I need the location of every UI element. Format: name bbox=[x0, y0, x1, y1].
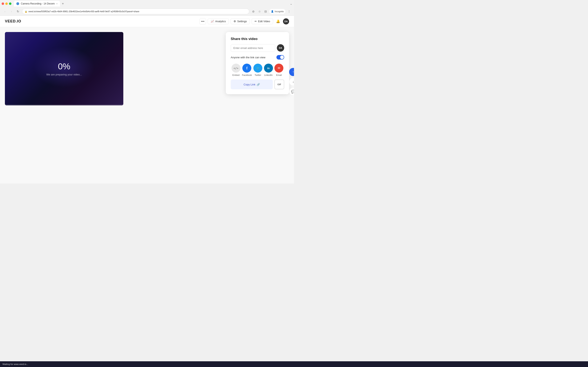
header-actions: ••• 📈 Analytics ⚙ Settings ✏ Edit Video … bbox=[199, 18, 289, 25]
sidebar-icons: ↑ ↓ 💬 bbox=[289, 68, 294, 96]
traffic-lights bbox=[2, 2, 11, 5]
comment-sidebar-button[interactable]: 💬 bbox=[289, 87, 294, 96]
analytics-icon: 📈 bbox=[211, 20, 214, 23]
link-toggle[interactable] bbox=[277, 55, 284, 59]
twitter-label: Twitter bbox=[255, 74, 261, 76]
link-toggle-row: Anyone with the link can view bbox=[231, 55, 284, 59]
email-input[interactable] bbox=[231, 44, 275, 52]
camera-off-icon: ⊘ bbox=[251, 9, 256, 14]
split-view-icon[interactable]: ⊟ bbox=[263, 9, 268, 14]
facebook-share-button[interactable]: f Facebook bbox=[242, 64, 252, 76]
incognito-icon: 👤 bbox=[271, 10, 274, 13]
tab-bar: Camera Recording - 14 Decem × + ⌄ bbox=[0, 0, 294, 7]
linkedin-icon: in bbox=[264, 64, 273, 73]
facebook-label: Facebook bbox=[242, 74, 252, 76]
comment-sidebar-icon: 💬 bbox=[291, 90, 294, 94]
linkedin-share-button[interactable]: in LinkedIn bbox=[264, 64, 273, 76]
video-progress-text: 0% bbox=[58, 62, 70, 71]
edit-video-label: Edit Video bbox=[258, 20, 270, 23]
gif-button[interactable]: GIF bbox=[274, 80, 284, 89]
download-sidebar-button[interactable]: ↓ bbox=[289, 78, 294, 86]
embed-share-button[interactable]: </> Embed bbox=[232, 64, 241, 76]
tab-title: Camera Recording - 14 Decem bbox=[21, 2, 55, 5]
minimize-window-button[interactable] bbox=[5, 2, 8, 5]
notification-icon: 🔔 bbox=[276, 19, 280, 23]
share-sidebar-icon: ↑ bbox=[292, 70, 294, 74]
bookmark-icon[interactable]: ☆ bbox=[257, 9, 262, 14]
tab-favicon bbox=[16, 2, 19, 5]
video-preparing-text: We are preparing your video... bbox=[46, 73, 82, 76]
app-header: VEED.IO ••• 📈 Analytics ⚙ Settings ✏ Edi… bbox=[0, 16, 294, 27]
more-tabs-button[interactable]: ⌄ bbox=[290, 2, 292, 5]
edit-video-button[interactable]: ✏ Edit Video bbox=[251, 18, 273, 24]
video-player[interactable]: 0% We are preparing your video... bbox=[5, 32, 123, 105]
embed-icon: </> bbox=[232, 64, 241, 73]
app-container: VEED.IO ••• 📈 Analytics ⚙ Settings ✏ Edi… bbox=[0, 16, 294, 184]
linkedin-label: LinkedIn bbox=[264, 74, 273, 76]
notification-button[interactable]: 🔔 bbox=[275, 18, 281, 25]
new-tab-button[interactable]: + bbox=[61, 2, 65, 6]
incognito-label: Incognito bbox=[275, 10, 284, 13]
settings-label: Settings bbox=[237, 20, 247, 23]
analytics-label: Analytics bbox=[215, 20, 226, 23]
copy-link-button[interactable]: Copy Link 🔗 bbox=[231, 80, 273, 89]
facebook-icon: f bbox=[242, 64, 251, 73]
browser-actions: ⊘ ☆ ⊟ 👤 Incognito ⋮ bbox=[251, 9, 292, 14]
incognito-badge: 👤 Incognito bbox=[269, 9, 285, 14]
copy-link-label: Copy Link bbox=[243, 83, 255, 86]
video-progress-bar bbox=[5, 105, 123, 105]
forward-button[interactable]: › bbox=[9, 9, 14, 14]
email-avatar: DA bbox=[277, 44, 284, 52]
url-input[interactable]: 🔒 veed.io/view/559f53a7-ed2b-4b64-8981-2… bbox=[22, 8, 249, 14]
social-icons-row: </> Embed f Facebook 🐦 Twitter in Linked… bbox=[231, 64, 284, 76]
more-options-button[interactable]: ⋮ bbox=[287, 9, 292, 14]
video-container: 0% We are preparing your video... bbox=[5, 32, 123, 179]
download-sidebar-icon: ↓ bbox=[292, 80, 294, 83]
share-sidebar-button[interactable]: ↑ bbox=[289, 68, 294, 76]
tab-close-button[interactable]: × bbox=[56, 3, 58, 5]
email-icon: ✉ bbox=[274, 64, 283, 73]
active-tab[interactable]: Camera Recording - 14 Decem × bbox=[14, 1, 60, 7]
copy-link-icon: 🔗 bbox=[257, 83, 260, 86]
edit-icon: ✏ bbox=[255, 20, 257, 23]
analytics-button[interactable]: 📈 Analytics bbox=[208, 18, 229, 24]
close-window-button[interactable] bbox=[2, 2, 4, 5]
maximize-window-button[interactable] bbox=[9, 2, 11, 5]
settings-button[interactable]: ⚙ Settings bbox=[231, 18, 250, 24]
share-panel-title: Share this video bbox=[231, 37, 284, 41]
share-panel: Share this video DA Anyone with the link… bbox=[226, 32, 289, 94]
refresh-button[interactable]: ↻ bbox=[16, 9, 20, 14]
settings-icon: ⚙ bbox=[233, 20, 236, 23]
url-text: veed.io/view/559f53a7-ed2b-4b64-8981-20b… bbox=[28, 10, 139, 13]
toggle-knob bbox=[280, 55, 284, 59]
twitter-icon: 🐦 bbox=[253, 64, 262, 73]
address-bar: ‹ › ↻ 🔒 veed.io/view/559f53a7-ed2b-4b64-… bbox=[0, 7, 294, 16]
browser-chrome: Camera Recording - 14 Decem × + ⌄ ‹ › ↻ … bbox=[0, 0, 294, 16]
copy-row: Copy Link 🔗 GIF bbox=[231, 80, 284, 89]
back-button[interactable]: ‹ bbox=[2, 9, 7, 14]
embed-label: Embed bbox=[232, 74, 240, 76]
lock-icon: 🔒 bbox=[25, 10, 27, 13]
email-share-button[interactable]: ✉ Email bbox=[274, 64, 283, 76]
email-label: Email bbox=[276, 74, 282, 76]
avatar[interactable]: DA bbox=[283, 18, 289, 25]
twitter-share-button[interactable]: 🐦 Twitter bbox=[253, 64, 262, 76]
more-button[interactable]: ••• bbox=[199, 18, 206, 25]
logo: VEED.IO bbox=[5, 19, 21, 24]
link-toggle-label: Anyone with the link can view bbox=[231, 56, 265, 59]
main-content: 0% We are preparing your video... Share … bbox=[0, 27, 294, 184]
email-row: DA bbox=[231, 44, 284, 52]
